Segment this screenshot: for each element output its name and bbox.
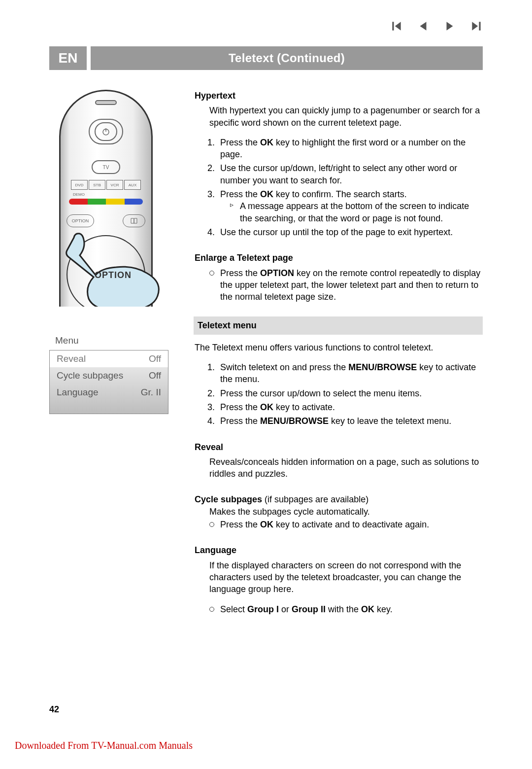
hypertext-step-3-note: A message appears at the bottom of the s…: [230, 200, 483, 224]
menu-step-4: Press the MENU/BROWSE key to leave the t…: [217, 415, 483, 427]
aux-button: AUX: [124, 180, 141, 190]
language-badge: EN: [49, 46, 87, 70]
first-page-icon[interactable]: [390, 20, 403, 35]
hypertext-step-3: Press the OK key to confirm. The search …: [217, 188, 483, 224]
menu-row-reveal: Reveal Off: [50, 350, 168, 367]
dvd-button: DVD: [71, 180, 88, 190]
teletext-menu-heading: Teletext menu: [194, 316, 483, 334]
option-button: OPTION: [66, 214, 94, 227]
menu-step-3: Press the OK key to activate.: [217, 401, 483, 413]
stb-button: STB: [89, 180, 105, 190]
reveal-heading: Reveal: [195, 441, 483, 453]
language-text: If the displayed characters on screen do…: [209, 559, 483, 595]
cycle-line1: Makes the subpages cycle automatically.: [209, 506, 483, 518]
guide-button-icon: [123, 214, 145, 227]
teletext-menu-table: Menu Reveal Off Cycle subpages Off Langu…: [49, 331, 168, 414]
reveal-text: Reveals/conceals hidden information on a…: [209, 456, 483, 480]
power-button-icon: [89, 119, 123, 144]
language-heading: Language: [195, 544, 483, 556]
option-callout: [65, 233, 163, 307]
enlarge-section: Enlarge a Teletext page Press the OPTION…: [195, 252, 483, 303]
page-number: 42: [49, 704, 59, 715]
next-page-icon[interactable]: [443, 20, 456, 35]
page-title: Teletext (Continued): [91, 46, 483, 70]
hypertext-step-4: Use the cursor up until the top of the p…: [217, 226, 483, 238]
hypertext-step-1: Press the OK key to highlight the first …: [217, 137, 483, 161]
last-page-icon[interactable]: [470, 20, 483, 35]
menu-step-2: Press the cursor up/down to select the m…: [217, 387, 483, 399]
enlarge-item: Press the OPTION key on the remote contr…: [209, 267, 483, 303]
remote-illustration: TV DVD STB VCR AUX DEMO OPTION: [49, 90, 163, 307]
menu-row-cycle: Cycle subpages Off: [50, 367, 168, 384]
menu-intro: The Teletext menu offers various functio…: [195, 342, 483, 353]
vcr-button: VCR: [106, 180, 123, 190]
reveal-section: Reveal Reveals/conceals hidden informati…: [195, 441, 483, 480]
pdf-nav-icons: [390, 20, 483, 35]
enlarge-heading: Enlarge a Teletext page: [195, 252, 483, 264]
language-item: Select Group I or Group II with the OK k…: [209, 603, 483, 615]
menu-row-language: Language Gr. II: [50, 384, 168, 401]
language-section: Language If the displayed characters on …: [195, 544, 483, 615]
prev-page-icon[interactable]: [417, 20, 430, 35]
menu-step-1: Switch teletext on and press the MENU/BR…: [217, 361, 483, 385]
demo-label: DEMO: [73, 192, 85, 197]
hypertext-intro: With hypertext you can quickly jump to a…: [209, 105, 483, 129]
footer-source-link[interactable]: Downloaded From TV-Manual.com Manuals: [15, 740, 193, 751]
teletext-menu-section: The Teletext menu offers various functio…: [195, 342, 483, 427]
cycle-item: Press the OK key to activate and to deac…: [209, 519, 483, 530]
color-buttons: [69, 199, 143, 205]
cycle-section: Cycle subpages (if subpages are availabl…: [195, 493, 483, 530]
tv-button: TV: [92, 160, 120, 174]
menu-title: Menu: [49, 331, 168, 350]
cycle-heading: Cycle subpages: [195, 494, 262, 504]
hypertext-step-2: Use the cursor up/down, left/right to se…: [217, 162, 483, 186]
callout-label: OPTION: [95, 270, 132, 280]
hypertext-section: Hypertext With hypertext you can quickly…: [195, 90, 483, 238]
hypertext-heading: Hypertext: [195, 90, 483, 102]
